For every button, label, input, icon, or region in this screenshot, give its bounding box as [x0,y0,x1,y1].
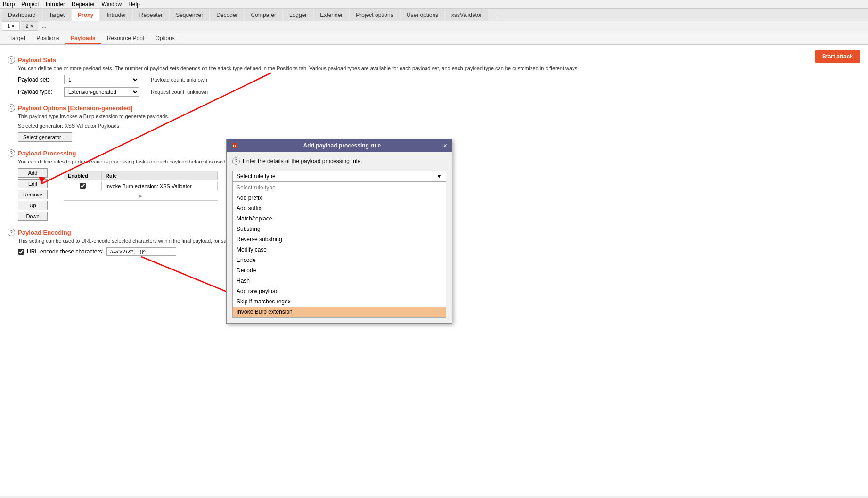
tab-proxy[interactable]: Proxy [72,9,99,21]
rule-type-select-display[interactable]: Select rule type ▼ [232,171,446,182]
dialog-close-button[interactable]: × [443,142,447,149]
top-tab-bar: Dashboard Target Proxy Intruder Repeater… [0,9,868,21]
tab-decoder[interactable]: Decoder [210,9,244,21]
payload-sets-desc: You can define one or more payload sets.… [18,65,860,71]
dropdown-item-invoke-extension[interactable]: Invoke Burp extension [233,307,446,317]
dropdown-item-hash[interactable]: Hash [233,276,446,286]
selected-generator-label: Selected generator: XSS Validator Payloa… [18,123,860,129]
payload-set-row: Payload set: 1 2 3 Payload count: unknow… [18,75,860,84]
payload-count-info: Payload count: unknown [151,77,207,82]
add-rule-dialog: B Add payload processing rule × ? Enter … [226,139,452,324]
remove-rule-button[interactable]: Remove [18,190,48,199]
tab-comparer[interactable]: Comparer [245,9,282,21]
payload-options-header: ? Payload Options [Extension-generated] [8,104,860,112]
down-rule-button[interactable]: Down [18,212,48,221]
add-rule-button[interactable]: Add [18,168,48,178]
payload-processing-title: Payload Processing [18,150,76,157]
menu-project[interactable]: Project [21,1,39,8]
url-encode-label: URL-encode these characters: [27,248,104,255]
tab-logger[interactable]: Logger [283,9,313,21]
dialog-title-icon: B [231,142,238,149]
payload-options-desc: This payload type invokes a Burp extensi… [18,114,860,119]
tab-second-positions[interactable]: Positions [31,33,65,44]
dialog-title-text: Add payload processing rule [303,142,381,149]
dropdown-item-placeholder[interactable]: Select rule type [233,182,446,193]
col-rule: Rule [102,171,218,180]
dropdown-item-decode[interactable]: Decode [233,265,446,276]
payload-set-label: Payload set: [18,76,60,83]
tab-user-options[interactable]: User options [401,9,444,21]
encode-chars-input[interactable] [106,247,176,256]
row-enabled-cell[interactable] [64,181,102,190]
tab-second-payloads[interactable]: Payloads [65,33,101,44]
payload-type-label: Payload type: [18,89,60,95]
up-rule-button[interactable]: Up [18,201,48,210]
dialog-title-bar: B Add payload processing rule × [227,139,452,152]
svg-text:B: B [233,144,236,148]
payload-encoding-title: Payload Encoding [18,229,71,236]
url-encode-checkbox[interactable] [18,249,24,255]
processing-table: Enabled Rule Invoke Burp extension: XSS … [53,168,218,221]
rules-table: Enabled Rule Invoke Burp extension: XSS … [64,171,218,201]
num-tab-1[interactable]: 1 × [2,21,20,31]
second-tab-bar: Target Positions Payloads Resource Pool … [0,31,868,45]
num-tab-bar: 1 × 2 × ... [0,21,868,31]
request-count-info: Request count: unknown [151,89,208,95]
payload-processing-help-icon[interactable]: ? [8,149,15,157]
tab-second-options[interactable]: Options [149,33,180,44]
payload-encoding-help-icon[interactable]: ? [8,229,15,236]
payload-type-select[interactable]: Extension-generated Simple list Runtime … [64,87,139,97]
rule-type-select-wrapper: Select rule type ▼ [232,171,446,182]
table-row[interactable]: Invoke Burp extension: XSS Validator [64,180,218,191]
rule-type-selected-label: Select rule type [237,173,436,180]
menu-help[interactable]: Help [128,1,140,8]
col-enabled: Enabled [64,171,102,180]
dialog-help-icon[interactable]: ? [232,157,240,165]
row-rule-cell: Invoke Burp extension: XSS Validator [102,182,218,190]
dropdown-item-add-prefix[interactable]: Add prefix [233,193,446,203]
payload-set-select[interactable]: 1 2 3 [64,75,139,84]
num-tab-2[interactable]: 2 × [21,21,39,31]
menu-intruder[interactable]: Intruder [46,1,65,8]
tab-repeater[interactable]: Repeater [133,9,169,21]
menu-window[interactable]: Window [101,1,122,8]
dropdown-item-add-suffix[interactable]: Add suffix [233,203,446,213]
dropdown-item-reverse-substring[interactable]: Reverse substring [233,234,446,245]
processing-buttons: Add Edit Remove Up Down [18,168,48,221]
top-tab-dots[interactable]: ... [489,9,501,21]
tab-intruder[interactable]: Intruder [100,9,132,21]
start-attack-button[interactable]: Start attack [815,50,860,63]
payload-options-help-icon[interactable]: ? [8,104,15,112]
menu-bar: Burp Project Intruder Repeater Window He… [0,0,868,9]
chevron-down-icon: ▼ [436,173,442,180]
tab-dashboard[interactable]: Dashboard [2,9,42,21]
menu-repeater[interactable]: Repeater [72,1,95,8]
payload-type-row: Payload type: Extension-generated Simple… [18,87,860,97]
payload-sets-title: Payload Sets [18,57,56,64]
dropdown-item-encode[interactable]: Encode [233,255,446,265]
rule-type-dropdown[interactable]: Select rule type Add prefix Add suffix M… [232,182,446,318]
edit-rule-button[interactable]: Edit [18,179,48,188]
tab-sequencer[interactable]: Sequencer [170,9,209,21]
dialog-description-row: ? Enter the details of the payload proce… [232,157,446,165]
tab-extender[interactable]: Extender [314,9,349,21]
dropdown-item-substring[interactable]: Substring [233,224,446,234]
tab-second-resource-pool[interactable]: Resource Pool [101,33,150,44]
table-header: Enabled Rule [64,171,218,180]
tab-target[interactable]: Target [43,9,71,21]
tab-second-target[interactable]: Target [4,33,31,44]
menu-burp[interactable]: Burp [3,1,15,8]
row-enabled-checkbox[interactable] [80,183,86,189]
dropdown-item-skip-regex[interactable]: Skip if matches regex [233,296,446,307]
dropdown-item-add-raw-payload[interactable]: Add raw payload [233,286,446,296]
scroll-arrow: ▶ [64,191,218,200]
payload-options-title: Payload Options [Extension-generated] [18,105,132,112]
main-content: Start attack ? Payload Sets You can defi… [0,45,868,496]
dropdown-item-match-replace[interactable]: Match/replace [233,213,446,224]
payload-sets-help-icon[interactable]: ? [8,56,15,64]
tab-xssvalidator[interactable]: xssValidator [445,9,488,21]
tab-project-options[interactable]: Project options [350,9,399,21]
select-generator-button[interactable]: Select generator ... [18,132,72,142]
num-tab-dots[interactable]: ... [39,22,49,30]
dropdown-item-modify-case[interactable]: Modify case [233,245,446,255]
